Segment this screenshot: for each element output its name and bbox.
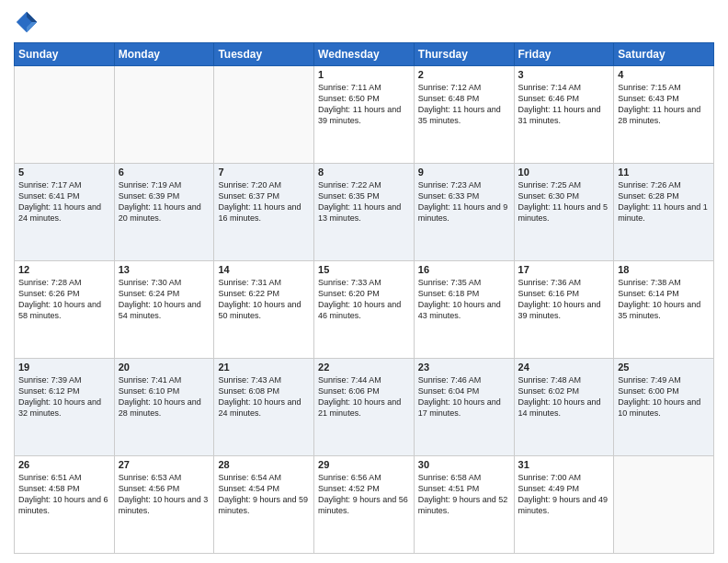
- day-info: Sunrise: 7:14 AMSunset: 6:46 PMDaylight:…: [518, 82, 610, 127]
- calendar-cell: 27Sunrise: 6:53 AMSunset: 4:56 PMDayligh…: [114, 456, 214, 554]
- day-info: Sunrise: 7:33 AMSunset: 6:20 PMDaylight:…: [318, 277, 410, 322]
- day-info: Sunrise: 7:12 AMSunset: 6:48 PMDaylight:…: [418, 82, 510, 127]
- day-number: 10: [518, 167, 610, 178]
- day-number: 12: [18, 264, 110, 275]
- calendar-week-row: 1Sunrise: 7:11 AMSunset: 6:50 PMDaylight…: [15, 66, 714, 164]
- day-number: 23: [418, 362, 510, 373]
- day-of-week-thursday: Thursday: [414, 43, 514, 66]
- day-info: Sunrise: 6:58 AMSunset: 4:51 PMDaylight:…: [418, 472, 510, 517]
- day-number: 4: [618, 69, 710, 80]
- day-info: Sunrise: 7:19 AMSunset: 6:39 PMDaylight:…: [119, 179, 210, 224]
- day-number: 29: [318, 459, 410, 470]
- calendar-cell: 8Sunrise: 7:22 AMSunset: 6:35 PMDaylight…: [314, 164, 415, 261]
- day-info: Sunrise: 7:39 AMSunset: 6:12 PMDaylight:…: [18, 374, 110, 419]
- calendar-cell: 17Sunrise: 7:36 AMSunset: 6:16 PMDayligh…: [514, 261, 614, 359]
- logo: [14, 9, 43, 35]
- day-info: Sunrise: 7:28 AMSunset: 6:26 PMDaylight:…: [18, 277, 110, 322]
- calendar-cell: 24Sunrise: 7:48 AMSunset: 6:02 PMDayligh…: [514, 359, 614, 456]
- day-info: Sunrise: 7:49 AMSunset: 6:00 PMDaylight:…: [618, 374, 710, 419]
- calendar-cell: [214, 66, 314, 164]
- day-of-week-tuesday: Tuesday: [214, 43, 314, 66]
- calendar-cell: 25Sunrise: 7:49 AMSunset: 6:00 PMDayligh…: [614, 359, 714, 456]
- header: [14, 9, 714, 35]
- day-number: 14: [218, 264, 310, 275]
- calendar-cell: 6Sunrise: 7:19 AMSunset: 6:39 PMDaylight…: [114, 164, 214, 261]
- calendar-cell: 5Sunrise: 7:17 AMSunset: 6:41 PMDaylight…: [15, 164, 115, 261]
- day-info: Sunrise: 7:17 AMSunset: 6:41 PMDaylight:…: [18, 179, 110, 224]
- calendar-cell: 14Sunrise: 7:31 AMSunset: 6:22 PMDayligh…: [214, 261, 314, 359]
- day-number: 8: [318, 167, 410, 178]
- calendar-table: SundayMondayTuesdayWednesdayThursdayFrid…: [14, 42, 714, 554]
- calendar-cell: 20Sunrise: 7:41 AMSunset: 6:10 PMDayligh…: [114, 359, 214, 456]
- day-info: Sunrise: 7:30 AMSunset: 6:24 PMDaylight:…: [119, 277, 210, 322]
- calendar-cell: 16Sunrise: 7:35 AMSunset: 6:18 PMDayligh…: [414, 261, 514, 359]
- day-info: Sunrise: 7:20 AMSunset: 6:37 PMDaylight:…: [218, 179, 310, 224]
- day-number: 5: [18, 167, 110, 178]
- calendar-cell: 2Sunrise: 7:12 AMSunset: 6:48 PMDaylight…: [414, 66, 514, 164]
- day-number: 1: [318, 69, 410, 80]
- day-number: 22: [318, 362, 410, 373]
- day-info: Sunrise: 7:43 AMSunset: 6:08 PMDaylight:…: [218, 374, 310, 419]
- day-of-week-wednesday: Wednesday: [314, 43, 415, 66]
- calendar-cell: 29Sunrise: 6:56 AMSunset: 4:52 PMDayligh…: [314, 456, 415, 554]
- day-info: Sunrise: 7:15 AMSunset: 6:43 PMDaylight:…: [618, 82, 710, 127]
- day-number: 17: [518, 264, 610, 275]
- day-number: 15: [318, 264, 410, 275]
- day-info: Sunrise: 7:46 AMSunset: 6:04 PMDaylight:…: [418, 374, 510, 419]
- calendar-cell: 21Sunrise: 7:43 AMSunset: 6:08 PMDayligh…: [214, 359, 314, 456]
- calendar-cell: 19Sunrise: 7:39 AMSunset: 6:12 PMDayligh…: [15, 359, 115, 456]
- day-info: Sunrise: 6:51 AMSunset: 4:58 PMDaylight:…: [18, 472, 110, 517]
- day-info: Sunrise: 7:00 AMSunset: 4:49 PMDaylight:…: [518, 472, 610, 517]
- day-number: 13: [119, 264, 210, 275]
- day-number: 30: [418, 459, 510, 470]
- calendar-cell: 4Sunrise: 7:15 AMSunset: 6:43 PMDaylight…: [614, 66, 714, 164]
- day-number: 9: [418, 167, 510, 178]
- logo-icon: [14, 9, 40, 35]
- day-info: Sunrise: 7:11 AMSunset: 6:50 PMDaylight:…: [318, 82, 410, 127]
- day-of-week-monday: Monday: [114, 43, 214, 66]
- day-info: Sunrise: 6:53 AMSunset: 4:56 PMDaylight:…: [119, 472, 210, 517]
- day-number: 11: [618, 167, 710, 178]
- day-number: 25: [618, 362, 710, 373]
- calendar-cell: 1Sunrise: 7:11 AMSunset: 6:50 PMDaylight…: [314, 66, 415, 164]
- calendar-cell: 12Sunrise: 7:28 AMSunset: 6:26 PMDayligh…: [15, 261, 115, 359]
- day-info: Sunrise: 7:31 AMSunset: 6:22 PMDaylight:…: [218, 277, 310, 322]
- day-number: 7: [218, 167, 310, 178]
- day-info: Sunrise: 6:56 AMSunset: 4:52 PMDaylight:…: [318, 472, 410, 517]
- day-info: Sunrise: 7:25 AMSunset: 6:30 PMDaylight:…: [518, 179, 610, 224]
- calendar-cell: 28Sunrise: 6:54 AMSunset: 4:54 PMDayligh…: [214, 456, 314, 554]
- calendar-cell: 9Sunrise: 7:23 AMSunset: 6:33 PMDaylight…: [414, 164, 514, 261]
- calendar-cell: [15, 66, 115, 164]
- calendar-cell: 7Sunrise: 7:20 AMSunset: 6:37 PMDaylight…: [214, 164, 314, 261]
- calendar-cell: 23Sunrise: 7:46 AMSunset: 6:04 PMDayligh…: [414, 359, 514, 456]
- calendar-cell: 11Sunrise: 7:26 AMSunset: 6:28 PMDayligh…: [614, 164, 714, 261]
- day-info: Sunrise: 7:35 AMSunset: 6:18 PMDaylight:…: [418, 277, 510, 322]
- day-number: 24: [518, 362, 610, 373]
- day-info: Sunrise: 7:48 AMSunset: 6:02 PMDaylight:…: [518, 374, 610, 419]
- day-of-week-friday: Friday: [514, 43, 614, 66]
- day-info: Sunrise: 7:44 AMSunset: 6:06 PMDaylight:…: [318, 374, 410, 419]
- calendar-cell: 10Sunrise: 7:25 AMSunset: 6:30 PMDayligh…: [514, 164, 614, 261]
- day-number: 21: [218, 362, 310, 373]
- calendar-week-row: 12Sunrise: 7:28 AMSunset: 6:26 PMDayligh…: [15, 261, 714, 359]
- calendar-cell: 22Sunrise: 7:44 AMSunset: 6:06 PMDayligh…: [314, 359, 415, 456]
- day-info: Sunrise: 7:36 AMSunset: 6:16 PMDaylight:…: [518, 277, 610, 322]
- calendar-week-row: 26Sunrise: 6:51 AMSunset: 4:58 PMDayligh…: [15, 456, 714, 554]
- day-number: 28: [218, 459, 310, 470]
- calendar-cell: 26Sunrise: 6:51 AMSunset: 4:58 PMDayligh…: [15, 456, 115, 554]
- day-number: 18: [618, 264, 710, 275]
- calendar-cell: 15Sunrise: 7:33 AMSunset: 6:20 PMDayligh…: [314, 261, 415, 359]
- day-number: 3: [518, 69, 610, 80]
- day-info: Sunrise: 7:41 AMSunset: 6:10 PMDaylight:…: [119, 374, 210, 419]
- day-of-week-saturday: Saturday: [614, 43, 714, 66]
- calendar-cell: [614, 456, 714, 554]
- day-number: 27: [119, 459, 210, 470]
- day-number: 2: [418, 69, 510, 80]
- day-number: 31: [518, 459, 610, 470]
- calendar-cell: 30Sunrise: 6:58 AMSunset: 4:51 PMDayligh…: [414, 456, 514, 554]
- day-info: Sunrise: 7:23 AMSunset: 6:33 PMDaylight:…: [418, 179, 510, 224]
- day-info: Sunrise: 7:38 AMSunset: 6:14 PMDaylight:…: [618, 277, 710, 322]
- calendar-cell: [114, 66, 214, 164]
- calendar-week-row: 19Sunrise: 7:39 AMSunset: 6:12 PMDayligh…: [15, 359, 714, 456]
- day-number: 19: [18, 362, 110, 373]
